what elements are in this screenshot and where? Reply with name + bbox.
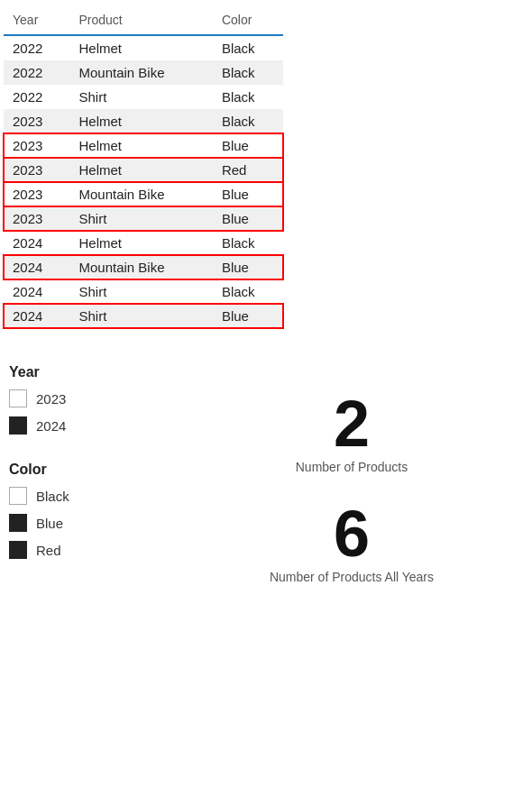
legend-checkbox [9,541,27,559]
year-legend-item[interactable]: 2023 [9,389,153,407]
cell-color: Black [213,109,283,133]
cell-year: 2024 [4,304,69,328]
cell-year: 2022 [4,60,69,85]
col-header-color: Color [213,7,283,35]
color-legend-item[interactable]: Black [9,487,153,505]
cell-year: 2024 [4,255,69,279]
cell-color: Black [213,231,283,255]
cell-color: Blue [213,304,283,328]
data-table: Year Product Color 2022HelmetBlack2022Mo… [4,7,283,328]
table-row: 2023ShirtBlue [4,206,283,231]
color-legend-item[interactable]: Red [9,541,153,559]
all-years-label: Number of Products All Years [270,570,434,584]
cell-color: Blue [213,182,283,206]
table-row: 2023HelmetBlack [4,109,283,133]
legend-label: 2024 [36,418,66,434]
cell-product: Shirt [69,304,212,328]
cell-product: Helmet [69,231,212,255]
cell-year: 2023 [4,182,69,206]
cell-color: Red [213,158,283,182]
color-legend-item[interactable]: Blue [9,514,153,532]
col-header-product: Product [69,7,212,35]
table-row: 2022Mountain BikeBlack [4,60,283,85]
cell-color: Blue [213,133,283,158]
table-row: 2022ShirtBlack [4,85,283,109]
cell-color: Black [213,85,283,109]
cell-product: Helmet [69,133,212,158]
products-count: 2 [334,391,370,456]
cell-year: 2024 [4,231,69,255]
cell-product: Mountain Bike [69,60,212,85]
legend-label: 2023 [36,391,66,407]
year-legend-item[interactable]: 2024 [9,416,153,435]
legend-checkbox [9,416,27,435]
cell-year: 2022 [4,85,69,109]
cell-color: Black [213,279,283,304]
cell-product: Mountain Bike [69,182,212,206]
stats-column: 2 Number of Products 6 Number of Product… [171,364,532,611]
all-years-count: 6 [334,501,370,566]
cell-color: Blue [213,206,283,231]
table-row: 2024HelmetBlack [4,231,283,255]
cell-product: Shirt [69,279,212,304]
cell-product: Helmet [69,109,212,133]
table-row: 2022HelmetBlack [4,35,283,60]
table-row: 2023Mountain BikeBlue [4,182,283,206]
table-row: 2023HelmetBlue [4,133,283,158]
cell-color: Blue [213,255,283,279]
year-legend-title: Year [9,364,153,380]
year-legend: Year 20232024 Color BlackBlueRed [9,364,153,611]
cell-year: 2023 [4,158,69,182]
filter-section: Year 20232024 Color BlackBlueRed 2 Numbe… [0,364,532,611]
table-row: 2024Mountain BikeBlue [4,255,283,279]
cell-product: Shirt [69,85,212,109]
cell-year: 2023 [4,133,69,158]
cell-year: 2022 [4,35,69,60]
cell-year: 2023 [4,206,69,231]
cell-year: 2023 [4,109,69,133]
legend-checkbox [9,487,27,505]
table-row: 2024ShirtBlue [4,304,283,328]
table-section: Year Product Color 2022HelmetBlack2022Mo… [0,0,532,328]
legend-label: Blue [36,516,63,531]
cell-year: 2024 [4,279,69,304]
legend-label: Black [36,489,69,504]
cell-color: Black [213,60,283,85]
color-legend-title: Color [9,462,153,478]
cell-product: Helmet [69,35,212,60]
legend-label: Red [36,543,61,558]
table-row: 2024ShirtBlack [4,279,283,304]
table-row: 2023HelmetRed [4,158,283,182]
col-header-year: Year [4,7,69,35]
legend-checkbox [9,514,27,532]
cell-product: Helmet [69,158,212,182]
cell-product: Mountain Bike [69,255,212,279]
cell-product: Shirt [69,206,212,231]
legend-checkbox [9,389,27,407]
products-label: Number of Products [296,460,408,474]
cell-color: Black [213,35,283,60]
